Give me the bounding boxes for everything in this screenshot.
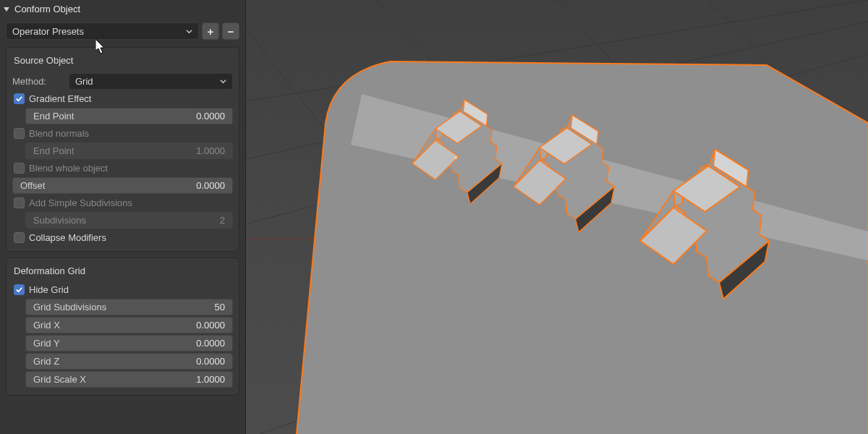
grid-row-label: Grid X bbox=[33, 320, 60, 331]
offset-label: Offset bbox=[20, 180, 45, 191]
viewport-scene-icon bbox=[246, 0, 868, 434]
deformation-grid-section: Deformation Grid Hide Grid Grid Subdivis… bbox=[6, 258, 239, 396]
source-object-title: Source Object bbox=[12, 54, 233, 72]
grid-scale-x-field[interactable]: Grid Scale X 1.0000 bbox=[25, 371, 233, 388]
subdivisions-value: 2 bbox=[220, 215, 225, 226]
offset-field[interactable]: Offset 0.0000 bbox=[12, 177, 233, 194]
source-object-section: Source Object Method: Grid Gradient Effe… bbox=[6, 47, 239, 252]
checkbox-checked-icon bbox=[14, 93, 25, 104]
svg-point-25 bbox=[454, 156, 457, 159]
blend-whole-label: Blend whole object bbox=[29, 163, 108, 174]
hide-grid-label: Hide Grid bbox=[29, 284, 69, 295]
offset-value: 0.0000 bbox=[196, 180, 225, 191]
viewport-3d[interactable] bbox=[246, 0, 868, 434]
checkbox-unchecked-icon bbox=[14, 128, 25, 139]
chevron-down-icon bbox=[220, 78, 226, 85]
blend-whole-object-checkbox-row[interactable]: Blend whole object bbox=[12, 161, 233, 176]
blend-normals-endpoint-field[interactable]: End Point 1.0000 bbox=[25, 142, 233, 159]
deformation-grid-title: Deformation Grid bbox=[12, 264, 233, 282]
method-value: Grid bbox=[75, 76, 93, 87]
disclosure-triangle-icon bbox=[3, 6, 10, 13]
blend-normals-label: Blend normals bbox=[29, 128, 89, 139]
collapse-modifiers-checkbox-row[interactable]: Collapse Modifiers bbox=[12, 230, 233, 245]
grid-y-field[interactable]: Grid Y 0.0000 bbox=[25, 335, 233, 352]
grid-row-label: Grid Y bbox=[33, 338, 60, 349]
collapse-modifiers-label: Collapse Modifiers bbox=[29, 232, 106, 243]
preset-label: Operator Presets bbox=[12, 26, 84, 37]
panel-header[interactable]: Conform Object bbox=[0, 0, 245, 18]
checkbox-unchecked-icon bbox=[14, 163, 25, 174]
subdivisions-field[interactable]: Subdivisions 2 bbox=[25, 212, 233, 229]
checkbox-unchecked-icon bbox=[14, 197, 25, 208]
chevron-down-icon bbox=[186, 28, 192, 35]
blend-normals-endpoint-label: End Point bbox=[33, 145, 74, 156]
gradient-endpoint-value: 0.0000 bbox=[196, 111, 225, 122]
grid-row-value: 0.0000 bbox=[196, 356, 225, 367]
grid-z-field[interactable]: Grid Z 0.0000 bbox=[25, 353, 233, 370]
grid-row-value: 0.0000 bbox=[196, 320, 225, 331]
preset-add-button[interactable]: + bbox=[202, 22, 219, 40]
properties-panel: Conform Object Operator Presets + − Sour… bbox=[0, 0, 246, 434]
add-subdivisions-checkbox-row[interactable]: Add Simple Subdivisions bbox=[12, 195, 233, 210]
operator-presets-dropdown[interactable]: Operator Presets bbox=[6, 22, 199, 40]
method-label: Method: bbox=[12, 76, 64, 87]
checkbox-unchecked-icon bbox=[14, 232, 25, 243]
grid-row-value: 1.0000 bbox=[196, 374, 225, 385]
blend-normals-checkbox-row[interactable]: Blend normals bbox=[12, 126, 233, 141]
grid-x-field[interactable]: Grid X 0.0000 bbox=[25, 317, 233, 333]
grid-row-value: 0.0000 bbox=[196, 338, 225, 349]
method-row: Method: Grid bbox=[12, 73, 233, 90]
svg-marker-0 bbox=[4, 7, 9, 12]
grid-row-label: Grid Subdivisions bbox=[33, 302, 106, 312]
subdivisions-label: Subdivisions bbox=[33, 215, 86, 226]
grid-subdivisions-field[interactable]: Grid Subdivisions 50 bbox=[25, 299, 233, 315]
gradient-endpoint-field[interactable]: End Point 0.0000 bbox=[25, 108, 233, 124]
preset-remove-button[interactable]: − bbox=[222, 22, 239, 40]
hide-grid-checkbox-row[interactable]: Hide Grid bbox=[12, 282, 233, 297]
grid-row-label: Grid Z bbox=[33, 356, 59, 367]
method-dropdown[interactable]: Grid bbox=[69, 73, 233, 90]
gradient-effect-checkbox-row[interactable]: Gradient Effect bbox=[12, 91, 233, 106]
gradient-endpoint-label: End Point bbox=[33, 111, 74, 122]
grid-row-value: 50 bbox=[215, 302, 225, 312]
add-subdivisions-label: Add Simple Subdivisions bbox=[29, 197, 132, 208]
preset-row: Operator Presets + − bbox=[0, 18, 245, 44]
blend-normals-endpoint-value: 1.0000 bbox=[196, 145, 225, 156]
checkbox-checked-icon bbox=[14, 284, 25, 295]
grid-row-label: Grid Scale X bbox=[33, 374, 86, 385]
panel-title: Conform Object bbox=[14, 4, 80, 14]
gradient-effect-label: Gradient Effect bbox=[29, 93, 91, 104]
